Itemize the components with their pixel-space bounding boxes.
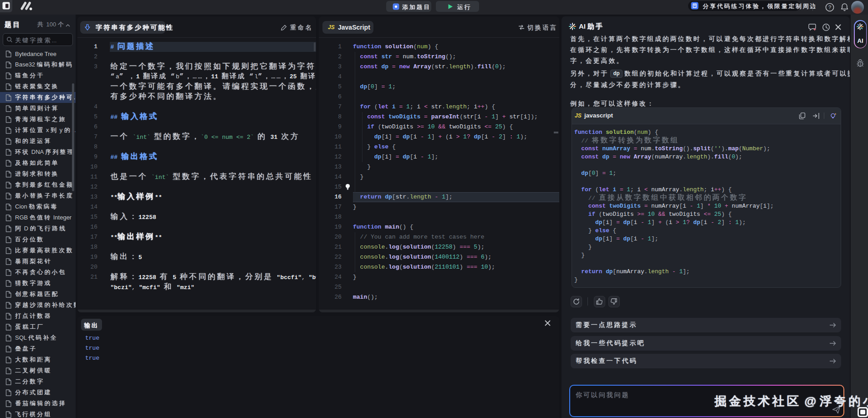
- svg-text:?: ?: [828, 5, 831, 10]
